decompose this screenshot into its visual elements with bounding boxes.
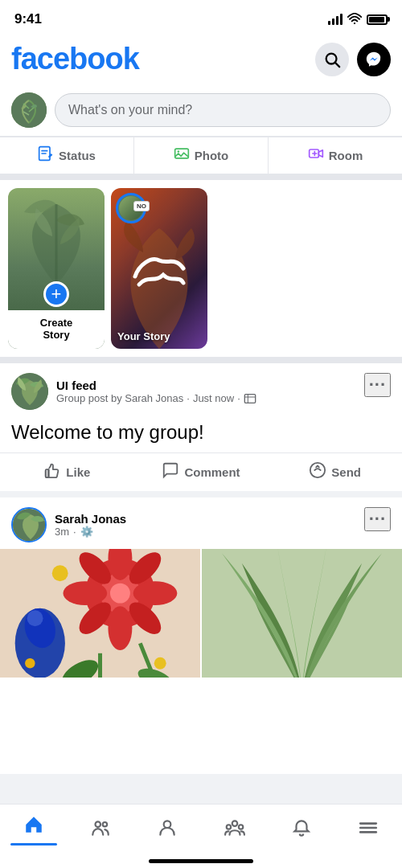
photo-label: Photo <box>195 149 229 162</box>
svg-line-2 <box>335 63 339 67</box>
nav-menu[interactable] <box>335 811 402 849</box>
svg-point-0 <box>354 22 355 23</box>
like-button[interactable]: Like <box>0 455 134 489</box>
post-meta-2: Sarah Jonas 3m · ⚙️ <box>55 512 126 538</box>
user-avatar <box>11 92 47 128</box>
story-no-badge: NO <box>133 201 150 211</box>
post-sub-2: 3m · ⚙️ <box>55 526 126 538</box>
room-action[interactable]: Room <box>269 137 402 174</box>
post-more-button-1[interactable]: ··· <box>364 373 391 397</box>
settings-icon: ⚙️ <box>80 526 93 538</box>
stories-section: + CreateStory NO Your Story <box>0 180 402 363</box>
post-avatar-plant <box>11 373 48 410</box>
comment-button[interactable]: Comment <box>134 455 269 489</box>
search-button[interactable] <box>315 43 349 76</box>
like-icon <box>43 461 61 483</box>
home-indicator <box>149 859 253 863</box>
photo-action[interactable]: Photo <box>134 137 269 174</box>
post-header-1: UI feed Group post by Sarah Jonas · Just… <box>0 363 402 416</box>
like-label: Like <box>66 465 90 479</box>
status-icon <box>38 145 54 166</box>
search-icon <box>323 51 341 68</box>
post-art-right <box>202 549 402 678</box>
avatar-plant-icon <box>11 92 47 128</box>
post-avatar-icon <box>11 373 48 410</box>
svg-point-47 <box>164 821 171 828</box>
post-time-dot-2: · <box>73 526 76 538</box>
post-composer: What's on your mind? <box>0 84 402 137</box>
status-bar: 9:41 <box>0 0 402 35</box>
status-time: 9:41 <box>14 11 42 27</box>
svg-point-48 <box>232 821 237 826</box>
app-header: facebook <box>0 35 402 84</box>
story-plant-art <box>8 188 105 293</box>
send-label: Send <box>331 465 361 479</box>
svg-point-29 <box>108 606 132 650</box>
video-icon <box>308 145 324 162</box>
header-actions <box>315 43 391 76</box>
svg-rect-7 <box>174 149 188 158</box>
svg-rect-14 <box>244 394 255 403</box>
quick-actions-bar: Status Photo Room <box>0 137 402 180</box>
profile-icon <box>157 817 178 843</box>
send-icon <box>309 461 326 483</box>
svg-rect-18 <box>46 469 49 477</box>
post-group-text: Group post by Sarah Jonas <box>56 392 183 404</box>
post-header-2: Sarah Jonas 3m · ⚙️ ··· <box>0 497 402 549</box>
signal-icon <box>328 14 343 25</box>
chat-bubble-icon <box>162 461 179 479</box>
pencil-icon <box>38 145 54 162</box>
post-images-2 <box>0 549 402 678</box>
room-label: Room <box>329 149 363 162</box>
wifi-icon <box>347 13 362 27</box>
your-story-label: Your Story <box>117 330 170 342</box>
thumbs-up-icon <box>43 461 61 479</box>
nav-friends[interactable] <box>67 811 133 849</box>
post-avatar-plant-2 <box>13 509 45 541</box>
post-time-dot: · <box>237 392 240 404</box>
svg-point-27 <box>110 583 130 604</box>
home-icon <box>23 814 44 840</box>
nav-groups[interactable] <box>201 811 268 849</box>
post-sub-1: Group post by Sarah Jonas · Just now · <box>56 392 256 405</box>
composer-input[interactable]: What's on your mind? <box>55 93 391 127</box>
post-dot: · <box>187 392 190 404</box>
post-content-1: Welcome to my group! <box>0 416 402 452</box>
status-action[interactable]: Status <box>0 137 134 174</box>
nav-notifications[interactable] <box>268 811 334 849</box>
groups-icon <box>224 817 245 843</box>
room-icon <box>308 145 324 166</box>
nav-home[interactable] <box>0 811 67 849</box>
svg-point-31 <box>133 581 178 605</box>
create-story-plus-icon: + <box>43 281 69 307</box>
bottom-navigation <box>0 804 402 868</box>
post-image-right <box>202 549 402 678</box>
send-arrow-icon <box>309 461 326 479</box>
post-author-1: UI feed <box>56 379 256 392</box>
bell-icon <box>291 817 312 843</box>
post-meta-1: UI feed Group post by Sarah Jonas · Just… <box>56 379 256 405</box>
status-label: Status <box>59 149 96 162</box>
send-button[interactable]: Send <box>268 455 402 489</box>
post2-avatar-icon <box>13 509 47 542</box>
svg-point-46 <box>103 821 107 825</box>
svg-point-40 <box>25 658 35 668</box>
battery-icon <box>367 14 388 25</box>
svg-point-24 <box>27 610 43 626</box>
post-more-button-2[interactable]: ··· <box>364 507 391 531</box>
nav-profile[interactable] <box>134 811 201 849</box>
create-story-card[interactable]: + CreateStory <box>8 188 105 349</box>
post-header-left-2: Sarah Jonas 3m · ⚙️ <box>11 507 126 542</box>
messenger-button[interactable] <box>357 43 391 76</box>
svg-point-19 <box>310 463 325 477</box>
comment-icon <box>162 461 179 483</box>
post-time-1: Just now <box>193 392 234 404</box>
post-time-2: 3m <box>55 526 69 538</box>
friends-icon <box>90 817 111 843</box>
comment-label: Comment <box>184 465 240 479</box>
post-header-left: UI feed Group post by Sarah Jonas · Just… <box>11 373 256 410</box>
svg-point-45 <box>95 821 100 826</box>
svg-rect-44 <box>202 549 402 678</box>
svg-point-30 <box>63 581 107 605</box>
your-story-card[interactable]: NO Your Story <box>111 188 207 349</box>
